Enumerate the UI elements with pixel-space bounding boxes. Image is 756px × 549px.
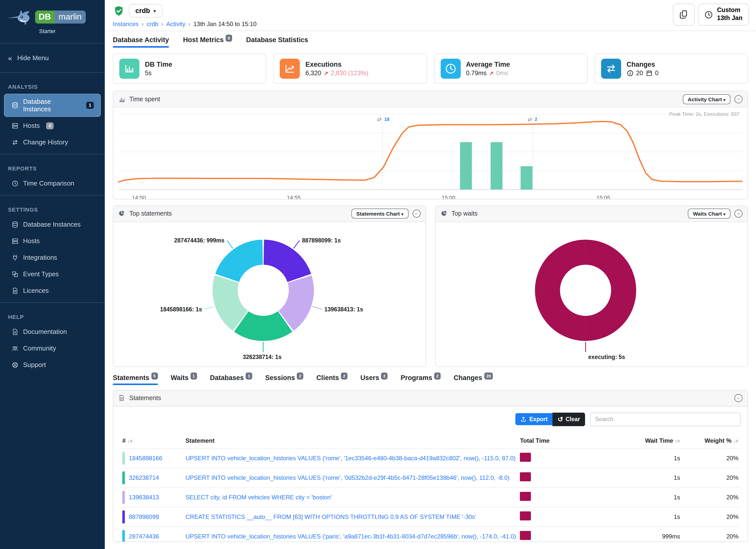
breadcrumb-separator: › [142, 21, 144, 28]
server-icon [11, 122, 19, 129]
top-waits-donut[interactable]: executing: 5s [435, 222, 747, 366]
sidebar-item-hosts[interactable]: Hosts [4, 233, 101, 249]
metric-value: 0.79ms [466, 70, 487, 77]
tab-host-metrics[interactable]: Host Metrics0 [183, 36, 232, 48]
copy-link-button[interactable] [673, 4, 695, 26]
metric-card-executions: Executions6,320↗2,830 (123%) [273, 54, 427, 84]
sidebar-item-label: Database Instances [23, 98, 80, 113]
breadcrumb-item[interactable]: Activity [166, 21, 185, 28]
tab-label: Host Metrics [183, 36, 224, 44]
statement-id-link[interactable]: 287474436 [129, 533, 159, 540]
export-button[interactable]: Export [515, 413, 553, 425]
detail-tab-databases[interactable]: Databases1 [210, 374, 252, 385]
detail-tab-waits[interactable]: Waits1 [171, 374, 197, 385]
sidebar-item-database-instances[interactable]: Database Instances1 [4, 94, 101, 117]
statement-text-link[interactable]: UPSERT INTO vehicle_location_histories V… [185, 454, 516, 462]
svg-text:139638413: 1s: 139638413: 1s [324, 306, 363, 312]
weight-value: 20% [682, 468, 740, 487]
weight-value: 20% [682, 507, 740, 526]
sidebar-item-integrations[interactable]: Integrations [4, 250, 101, 265]
waits-chart-selector[interactable]: Waits Chart ▾ [688, 209, 730, 219]
total-time-bar [520, 472, 531, 481]
breadcrumb-separator: › [161, 21, 163, 28]
double-chevron-left-icon: « [8, 54, 12, 62]
tab-database-activity[interactable]: Database Activity [113, 36, 169, 48]
clear-button[interactable]: ↺ Clear [553, 412, 585, 426]
statement-id-link[interactable]: 326238714 [129, 474, 159, 481]
detail-tab-clients[interactable]: Clients2 [316, 374, 347, 385]
metric-delta: 2,830 (123%) [331, 70, 368, 77]
chevron-down-icon: ▾ [723, 212, 725, 217]
detail-tabs: Statements5Waits1Databases1Sessions2Clie… [105, 367, 756, 385]
peak-annotation: Peak Time: 2s, Executions: 837 [669, 111, 739, 117]
column-header-wait-time[interactable]: Wait Time↑≡ [590, 433, 682, 448]
hide-menu-button[interactable]: « Hide Menu [0, 48, 105, 68]
svg-text:⇄: ⇄ [377, 116, 382, 123]
statement-text-link[interactable]: UPSERT INTO vehicle_location_histories V… [185, 533, 516, 540]
weight-value: 20% [682, 448, 740, 468]
clock-icon [705, 10, 713, 19]
plug-icon [11, 254, 19, 261]
statement-id-link[interactable]: 139638413 [129, 494, 159, 501]
detail-tab-changes[interactable]: Changes20 [454, 374, 493, 385]
statements-table: #↓≡StatementTotal TimeWait Time↑≡Weight … [120, 433, 740, 542]
time-range-button[interactable]: Custom 13th Jan [698, 4, 749, 26]
metric-title: DB Time [145, 61, 172, 68]
svg-text:18: 18 [384, 117, 389, 122]
statement-color-chip [122, 510, 125, 523]
top-statements-panel: Top statements Statements Chart ▾ − 8878… [113, 205, 426, 367]
detail-tab-users[interactable]: Users2 [360, 374, 388, 385]
sidebar-item-event-types[interactable]: Event Types [4, 266, 101, 282]
export-label: Export [529, 416, 548, 422]
search-input[interactable] [590, 412, 740, 426]
breadcrumb-item[interactable]: crdb [147, 21, 158, 28]
statement-text-link[interactable]: UPSERT INTO vehicle_location_histories V… [185, 474, 510, 481]
collapse-panel-button[interactable]: − [734, 95, 742, 103]
tab-database-statistics[interactable]: Database Statistics [246, 36, 308, 48]
breadcrumb-item[interactable]: Instances [113, 21, 139, 28]
sidebar-item-time-comparison[interactable]: Time Comparison [4, 175, 101, 191]
column-header-statement[interactable]: Statement [183, 433, 518, 448]
marlin-fish-icon [6, 7, 32, 27]
clear-label: Clear [565, 416, 580, 422]
sidebar-item-licences[interactable]: Licences [4, 283, 101, 298]
panel-title: Time spent [129, 96, 160, 103]
sidebar-item-database-instances[interactable]: Database Instances [4, 217, 101, 232]
sidebar-item-community[interactable]: Community [4, 340, 101, 356]
detail-tab-programs[interactable]: Programs2 [401, 374, 441, 385]
detail-tab-sessions[interactable]: Sessions2 [265, 374, 303, 385]
sidebar: DB marlin Starter « Hide Menu ANALYSISDa… [0, 0, 105, 549]
instance-selector[interactable]: crdb ▾ [129, 4, 162, 18]
collapse-panel-button[interactable]: − [734, 210, 742, 218]
chevron-down-icon: ▾ [154, 8, 156, 13]
edition-label: Starter [39, 28, 99, 34]
divider [0, 43, 105, 44]
sidebar-item-hosts[interactable]: Hosts0 [4, 118, 101, 133]
swap-icon [601, 59, 621, 79]
trend-icon [280, 59, 300, 79]
statements-chart-selector[interactable]: Statements Chart ▾ [351, 209, 408, 219]
sidebar-item-change-history[interactable]: Change History [4, 134, 101, 150]
metric-card-db-time: DB Time5s [113, 54, 266, 84]
statement-id-link[interactable]: 1845898166 [129, 454, 162, 462]
sidebar-item-support[interactable]: Support [4, 357, 101, 373]
tab-label: Programs [401, 374, 432, 381]
count-badge: 2 [434, 372, 440, 379]
column-header-total-time[interactable]: Total Time [518, 433, 591, 448]
column-header--[interactable]: #↓≡ [120, 433, 183, 448]
divider [0, 154, 105, 154]
doc-icon [11, 328, 19, 335]
sidebar-section-title: ANALYSIS [0, 77, 105, 93]
statement-text-link[interactable]: SELECT city, id FROM vehicles WHERE city… [185, 494, 332, 501]
detail-tab-statements[interactable]: Statements5 [113, 374, 158, 385]
top-statements-donut[interactable]: 887898099: 1s139638413: 1s326238714: 1s1… [113, 222, 425, 366]
sidebar-item-documentation[interactable]: Documentation [4, 324, 101, 339]
database-icon [11, 102, 19, 109]
collapse-panel-button[interactable]: − [412, 210, 420, 218]
collapse-panel-button[interactable]: − [734, 394, 742, 402]
column-header-weight-[interactable]: Weight %↓≡ [682, 433, 740, 448]
activity-chart-selector[interactable]: Activity Chart ▾ [683, 94, 730, 104]
statement-id-link[interactable]: 887898099 [129, 513, 159, 520]
time-spent-chart[interactable]: Peak Time: 2s, Executions: 837 ⇄18⇄214:5… [113, 107, 747, 199]
statement-text-link[interactable]: CREATE STATISTICS __auto__ FROM [63] WIT… [185, 513, 476, 520]
